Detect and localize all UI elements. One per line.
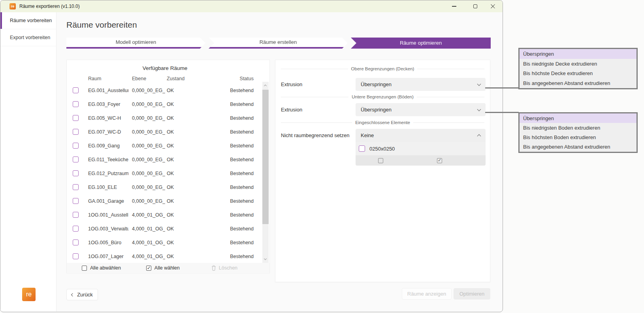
optimize-button[interactable]: Optimieren: [454, 288, 490, 300]
scrollbar-thumb[interactable]: [262, 90, 269, 224]
cell-status: Bestehend: [214, 143, 254, 149]
room-checkbox[interactable]: [73, 212, 79, 218]
select-all-button[interactable]: Alle wählen: [146, 265, 180, 271]
combo-option-checkbox[interactable]: [359, 145, 365, 152]
callout-menu-item[interactable]: Überspringen: [520, 49, 636, 59]
sidebar-item-raeume-vorbereiten[interactable]: Räume vorbereiten: [0, 12, 56, 29]
sidebar-item-label: Export vorbereiten: [10, 35, 50, 40]
content-area: Räume vorbereiten Modell optimieren Räum…: [57, 12, 502, 311]
callout-menu-item[interactable]: Bis angegebenen Abstand extrudieren: [520, 142, 636, 152]
cell-zustand: OK: [167, 198, 190, 204]
callout-menu-item[interactable]: Überspringen: [520, 113, 636, 123]
combo-footer: [356, 155, 486, 166]
cell-zustand: OK: [167, 171, 190, 176]
included-elements-label: Nicht raumbegrenzend setzen: [281, 129, 349, 142]
room-checkbox[interactable]: [73, 226, 79, 232]
callout-menu-item[interactable]: Bis höchste Decke extrudieren: [520, 69, 636, 79]
room-checkbox[interactable]: [73, 156, 79, 162]
room-checkbox[interactable]: [73, 101, 79, 107]
cell-status: Bestehend: [214, 212, 254, 218]
table-row: EG.001_Ausstellung 0,000_00_EG_F OK Best…: [67, 83, 269, 97]
cell-status: Bestehend: [214, 240, 254, 245]
section-header-obere-begrenzungen: Obere Begrenzungen (Decken): [281, 66, 484, 72]
table-row: 1OG.001_Ausstellung 4,000_01_OG_F OK Bes…: [67, 208, 269, 222]
callout-menu-item[interactable]: Bis angegebenen Abstand extrudieren: [520, 78, 636, 88]
cell-raum: 1OG.007_Lager: [88, 254, 128, 259]
callout-menu-item[interactable]: Bis niedrigsten Boden extrudieren: [520, 123, 636, 132]
rooms-table-title: Verfügbare Räume: [67, 63, 263, 74]
titlebar: re Räume exportieren (v1.10.0): [0, 0, 503, 12]
cell-status: Bestehend: [214, 254, 254, 259]
included-elements-combo-list: 0250x0250: [356, 142, 486, 155]
deselect-all-checkbox[interactable]: [82, 266, 87, 271]
cell-status: Bestehend: [214, 157, 254, 162]
room-checkbox[interactable]: [73, 239, 79, 245]
delete-button[interactable]: Löschen: [211, 265, 237, 271]
delete-label: Löschen: [219, 265, 237, 271]
cell-status: Bestehend: [214, 185, 254, 190]
page-title: Räume vorbereiten: [66, 20, 137, 30]
sidebar-item-label: Räume vorbereiten: [10, 18, 52, 23]
room-checkbox[interactable]: [73, 143, 79, 149]
step-modell-optimieren[interactable]: Modell optimieren: [66, 38, 205, 49]
column-header-raum: Raum: [88, 76, 128, 81]
window-title: Räume exportieren (v1.10.0): [19, 4, 80, 9]
close-button[interactable]: [485, 0, 501, 12]
sidebar-item-export-vorbereiten[interactable]: Export vorbereiten: [0, 29, 56, 46]
table-row: EG.012_Putzraum 0,000_00_EG_F OK Bestehe…: [67, 166, 269, 180]
cell-raum: EG.009_Gang: [88, 143, 128, 149]
callout-connector-line-top: [485, 87, 519, 89]
section-header-untere-begrenzungen: Untere Begrenzungen (Böden): [281, 94, 484, 100]
cell-zustand: OK: [167, 254, 190, 259]
extrusion-dropdown-bottom[interactable]: Überspringen: [356, 103, 486, 116]
step-raeume-erstellen[interactable]: Räume erstellen: [209, 38, 348, 49]
table-scrollbar[interactable]: [262, 82, 269, 263]
cell-ebene: 4,000_01_OG_F: [132, 226, 165, 232]
combo-option-0250x0250[interactable]: 0250x0250: [359, 143, 486, 154]
maximize-button[interactable]: [467, 0, 484, 12]
extrusion-dropdown-top[interactable]: Überspringen: [356, 78, 486, 91]
show-rooms-button[interactable]: Räume anzeigen: [402, 288, 452, 300]
trash-icon: [211, 265, 216, 271]
back-button[interactable]: Zurück: [66, 289, 98, 300]
cell-status: Bestehend: [214, 171, 254, 176]
room-checkbox[interactable]: [73, 184, 79, 190]
minimize-button[interactable]: [446, 0, 462, 12]
step-raeume-optimieren[interactable]: Räume optimieren: [351, 38, 491, 49]
cell-status: Bestehend: [214, 102, 254, 107]
table-row: EG.011_Teeküche 0,000_00_EG_F OK Bestehe…: [67, 153, 269, 166]
select-all-label: Alle wählen: [154, 265, 180, 271]
options-panel: Obere Begrenzungen (Decken) Extrusion Üb…: [275, 60, 490, 282]
room-checkbox[interactable]: [73, 198, 79, 204]
select-all-checkbox[interactable]: [146, 266, 151, 271]
combo-footer-checkbox-right[interactable]: [437, 158, 442, 163]
callout-menu-item[interactable]: Bis niedrigste Decke extrudieren: [520, 59, 636, 69]
cell-zustand: OK: [167, 88, 190, 93]
chevron-down-icon: [477, 82, 481, 86]
room-checkbox[interactable]: [73, 129, 79, 135]
cell-raum: 1OG.003_Verwaltung: [88, 226, 128, 232]
cell-ebene: 0,000_00_EG_F: [132, 198, 165, 204]
close-icon: [491, 4, 495, 9]
step-bar: Modell optimieren Räume erstellen Räume …: [66, 38, 491, 49]
included-elements-combo-header[interactable]: Keine: [356, 129, 486, 142]
cell-raum: 1OG.005_Büro: [88, 240, 128, 245]
room-checkbox[interactable]: [73, 170, 79, 176]
deselect-all-button[interactable]: Alle abwählen: [82, 265, 121, 271]
table-row: EG.009_Gang 0,000_00_EG_F OK Bestehend: [67, 139, 269, 153]
extrusion-dropdown-bottom-value: Überspringen: [361, 107, 392, 113]
scrollbar-down-arrow-icon[interactable]: [264, 257, 267, 260]
combo-footer-checkbox-left[interactable]: [378, 158, 383, 163]
chevron-up-icon: [477, 134, 481, 138]
callout-menu-item[interactable]: Bis höchsten Boden extrudieren: [520, 133, 636, 142]
cell-zustand: OK: [167, 226, 190, 232]
room-checkbox[interactable]: [73, 115, 79, 121]
room-checkbox[interactable]: [73, 253, 79, 259]
cell-raum: EG.007_WC-D: [88, 129, 128, 135]
cell-raum: EG.012_Putzraum: [88, 171, 128, 176]
cell-raum: 1OG.001_Ausstellung: [88, 212, 128, 218]
rooms-table-header: Raum Ebene Zustand Status: [67, 74, 269, 83]
scrollbar-up-arrow-icon[interactable]: [264, 85, 267, 87]
cell-status: Bestehend: [214, 88, 254, 93]
room-checkbox[interactable]: [73, 87, 79, 93]
